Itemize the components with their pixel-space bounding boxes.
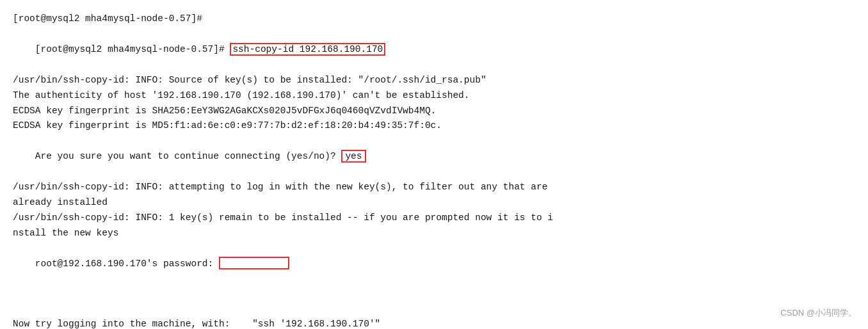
line-8: /usr/bin/ssh-copy-id: INFO: attempting t… [13,180,855,195]
line-2-prefix: [root@mysql2 mha4mysql-node-0.57]# [35,44,230,54]
line-1: [root@mysql2 mha4mysql-node-0.57]# [13,12,855,27]
line-9: already installed [13,195,855,211]
terminal-container: [root@mysql2 mha4mysql-node-0.57]# [root… [0,0,868,329]
watermark: CSDN @小冯同学。 [780,307,856,320]
line-3: /usr/bin/ssh-copy-id: INFO: Source of ke… [13,73,855,88]
line-11: nstall the new keys [13,226,855,241]
line-15: Now try logging into the machine, with: … [13,317,855,329]
line-7: Are you sure you want to continue connec… [13,134,855,180]
ssh-copy-id-command: ssh-copy-id 192.168.190.170 [230,43,385,56]
empty-line-1 [13,287,855,302]
line-7-prefix: Are you sure you want to continue connec… [35,151,342,161]
line-4: The authenticity of host '192.168.190.17… [13,88,855,104]
empty-line-2 [13,302,855,317]
password-input-box[interactable] [219,257,289,269]
line-5: ECDSA key fingerprint is SHA256:EeY3WG2A… [13,104,855,119]
line-2: [root@mysql2 mha4mysql-node-0.57]# ssh-c… [13,27,855,73]
line-12: root@192.168.190.170's password: [13,241,855,287]
line-12-prefix: root@192.168.190.170's password: [35,259,219,269]
yes-answer: yes [341,150,366,163]
line-6: ECDSA key fingerprint is MD5:f1:ad:6e:c0… [13,118,855,134]
line-10: /usr/bin/ssh-copy-id: INFO: 1 key(s) rem… [13,211,855,226]
